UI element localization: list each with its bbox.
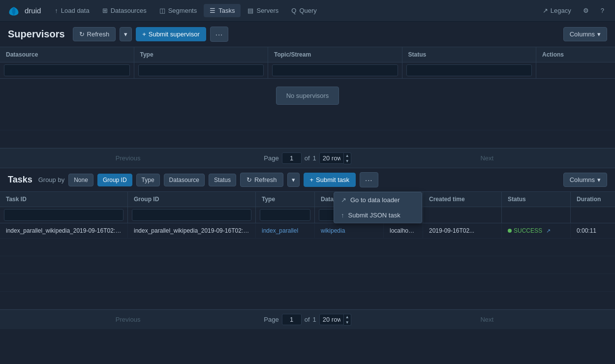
group-by-none[interactable]: None xyxy=(68,174,93,186)
col-status: Status xyxy=(402,47,537,62)
external-link-icon: ↗ xyxy=(543,7,548,14)
empty-row-3 xyxy=(0,274,615,292)
nav-segments[interactable]: ◫ Segments xyxy=(154,4,203,17)
tasks-page-input[interactable] xyxy=(282,314,302,325)
group-by-status[interactable]: Status xyxy=(209,174,236,186)
chevron-down-icon: ▾ xyxy=(597,30,601,38)
legacy-button[interactable]: ↗ Legacy xyxy=(538,4,576,17)
supervisors-header: Supervisors ↻ Refresh ▾ + Submit supervi… xyxy=(0,22,615,47)
col-type: Type xyxy=(134,47,269,62)
servers-icon: ▤ xyxy=(247,7,253,14)
tasks-filter-row xyxy=(0,207,615,223)
navigation: druid ↑ Load data ⊞ Datasources ◫ Segmen… xyxy=(0,0,615,22)
supervisors-prev-button[interactable]: Previous xyxy=(0,149,256,168)
chevron-tasks-icon: ▾ xyxy=(597,176,601,183)
submit-supervisor-button[interactable]: + Submit supervisor xyxy=(136,27,206,41)
tasks-rows-arrows[interactable]: ▲ ▼ xyxy=(344,314,351,326)
rows-down-arrow[interactable]: ▼ xyxy=(344,158,351,164)
plus-icon: + xyxy=(142,30,146,38)
task-status-cell: SUCCESS ↗ xyxy=(502,223,571,238)
nav-query[interactable]: Q Query xyxy=(285,4,323,17)
refresh-tasks-icon: ↻ xyxy=(246,176,252,183)
empty-row-1 xyxy=(0,239,615,256)
task-datasource-cell[interactable]: wikipedia xyxy=(315,223,384,238)
group-by-label: Group by xyxy=(38,176,64,183)
tasks-col-type: Type xyxy=(256,192,315,207)
help-button[interactable]: ? xyxy=(596,4,609,17)
data-loader-icon: ↗ xyxy=(341,196,346,204)
filter-group-id[interactable] xyxy=(132,209,251,221)
supervisors-table: Datasource Type Topic/Stream Status Acti… xyxy=(0,47,615,168)
supervisors-body: No supervisors xyxy=(0,79,615,148)
empty-row-4 xyxy=(0,292,615,309)
filter-task-id[interactable] xyxy=(4,209,123,221)
supervisors-title: Supervisors xyxy=(8,29,65,40)
tasks-title: Tasks xyxy=(8,175,32,185)
col-actions: Actions xyxy=(536,47,615,62)
col-datasource: Datasource xyxy=(0,47,134,62)
filter-type[interactable] xyxy=(138,64,264,76)
filter-status[interactable] xyxy=(406,64,532,76)
supervisors-page-input[interactable] xyxy=(282,152,302,164)
nav-tasks[interactable]: ☰ Tasks xyxy=(204,4,241,17)
logo-text: druid xyxy=(25,6,41,15)
supervisors-page-info: Page of 1 ▲ ▼ xyxy=(256,152,359,164)
tasks-prev-button[interactable]: Previous xyxy=(0,310,256,329)
status-link-icon: ↗ xyxy=(546,228,551,234)
no-supervisors-tooltip: No supervisors xyxy=(276,87,339,105)
nav-servers[interactable]: ▤ Servers xyxy=(242,4,284,17)
supervisors-rows-input[interactable] xyxy=(319,152,344,164)
filter-task-type[interactable] xyxy=(260,209,310,221)
tasks-next-button[interactable]: Next xyxy=(359,310,615,329)
task-id-cell: index_parallel_wikipedia_2019-09-16T02:4… xyxy=(0,223,128,238)
tasks-col-group-id: Group ID xyxy=(128,192,256,207)
submit-task-button[interactable]: + Submit task xyxy=(304,173,356,187)
supervisors-refresh-button[interactable]: ↻ Refresh xyxy=(73,27,116,41)
tasks-columns-button[interactable]: Columns ▾ xyxy=(563,173,607,187)
group-by-group-id[interactable]: Group ID xyxy=(97,174,132,186)
supervisors-next-button[interactable]: Next xyxy=(359,149,615,168)
task-duration-cell: 0:00:11 xyxy=(571,223,615,238)
task-location-cell: localhost:81... xyxy=(384,223,423,238)
tasks-icon: ☰ xyxy=(210,7,215,14)
tasks-header: Tasks Group by None Group ID Type Dataso… xyxy=(0,168,615,191)
tasks-page-info: Page of 1 ▲ ▼ xyxy=(256,314,359,326)
gear-icon: ⚙ xyxy=(583,7,589,14)
supervisors-rows-arrows[interactable]: ▲ ▼ xyxy=(344,152,351,164)
submit-json-task-item[interactable]: ↑ Submit JSON task xyxy=(334,208,422,223)
rows-up-arrow[interactable]: ▲ xyxy=(344,153,351,158)
go-to-data-loader-item[interactable]: ↗ Go to data loader xyxy=(334,192,422,208)
no-supervisors-message: No supervisors xyxy=(0,79,615,113)
refresh-icon: ↻ xyxy=(79,30,85,38)
supervisors-filter-row xyxy=(0,62,615,79)
nav-load-data[interactable]: ↑ Load data xyxy=(49,4,95,17)
filter-datasource[interactable] xyxy=(4,64,130,76)
supervisors-more-button[interactable]: ··· xyxy=(210,27,229,42)
nav-items: ↑ Load data ⊞ Datasources ◫ Segments ☰ T… xyxy=(49,4,322,17)
group-by-type[interactable]: Type xyxy=(136,174,160,186)
tasks-dropdown-menu: ↗ Go to data loader ↑ Submit JSON task xyxy=(334,192,422,223)
supervisors-rows-select: ▲ ▼ xyxy=(319,152,351,164)
tasks-rows-input[interactable] xyxy=(319,314,344,325)
tasks-col-task-id: Task ID xyxy=(0,192,128,207)
tasks-more-button[interactable]: ··· xyxy=(360,172,378,187)
nav-datasources[interactable]: ⊞ Datasources xyxy=(96,4,153,17)
task-type-cell[interactable]: index_parallel xyxy=(256,223,315,238)
plus-tasks-icon: + xyxy=(310,176,314,183)
tasks-rows-down-arrow[interactable]: ▼ xyxy=(344,320,351,325)
filter-topic-stream[interactable] xyxy=(272,64,398,76)
tasks-col-created-time: Created time xyxy=(423,192,502,207)
task-created-time-cell: 2019-09-16T02... xyxy=(423,223,502,238)
help-icon: ? xyxy=(601,7,604,14)
settings-button[interactable]: ⚙ xyxy=(578,4,594,17)
supervisors-columns-button[interactable]: Columns ▾ xyxy=(563,27,607,41)
datasources-icon: ⊞ xyxy=(102,7,108,14)
tasks-refresh-dropdown[interactable]: ▾ xyxy=(287,173,300,187)
tasks-refresh-button[interactable]: ↻ Refresh xyxy=(240,173,283,187)
group-by-datasource[interactable]: Datasource xyxy=(164,174,205,186)
tasks-col-duration: Duration xyxy=(571,192,615,207)
supervisors-refresh-dropdown[interactable]: ▾ xyxy=(120,27,132,41)
task-row: index_parallel_wikipedia_2019-09-16T02:4… xyxy=(0,223,615,239)
logo[interactable]: druid xyxy=(6,5,41,16)
tasks-rows-up-arrow[interactable]: ▲ xyxy=(344,314,351,320)
